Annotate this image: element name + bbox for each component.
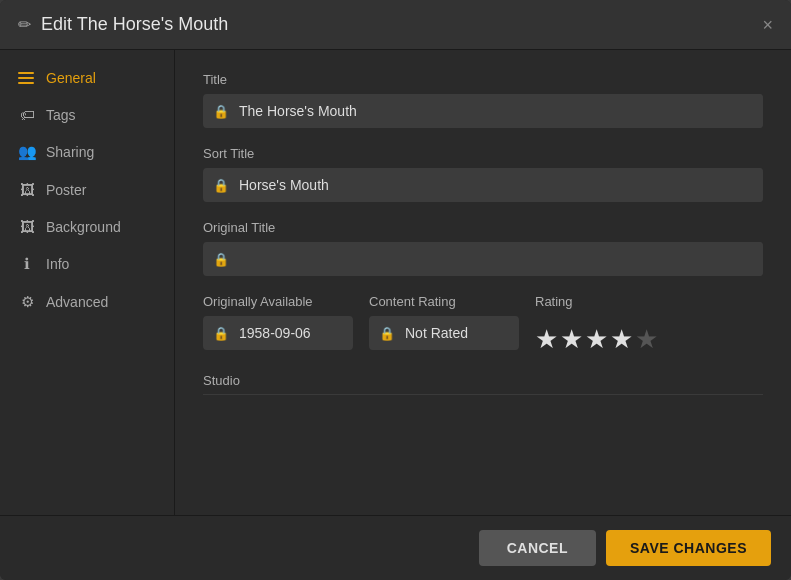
sidebar-label-sharing: Sharing (46, 144, 94, 160)
originally-available-label: Originally Available (203, 294, 353, 309)
star-4[interactable]: ★ (610, 324, 633, 355)
title-input[interactable] (239, 94, 763, 128)
content-rating-input[interactable] (405, 316, 505, 350)
sidebar-label-tags: Tags (46, 107, 76, 123)
star-2[interactable]: ★ (560, 324, 583, 355)
sidebar-item-general[interactable]: General (0, 60, 174, 96)
content-rating-lock-icon: 🔒 (369, 326, 405, 341)
originally-available-input-row: 🔒 (203, 316, 353, 350)
people-icon: 👥 (18, 143, 36, 161)
sidebar-label-advanced: Advanced (46, 294, 108, 310)
originally-available-lock-icon: 🔒 (203, 326, 239, 341)
sort-title-field-group: Sort Title 🔒 (203, 146, 763, 202)
sort-title-label: Sort Title (203, 146, 763, 161)
title-label: Title (203, 72, 763, 87)
info-icon: ℹ (18, 255, 36, 273)
sidebar-item-poster[interactable]: 🖼 Poster (0, 171, 174, 208)
title-field-group: Title 🔒 (203, 72, 763, 128)
sidebar-item-tags[interactable]: 🏷 Tags (0, 96, 174, 133)
edit-dialog: ✏ Edit The Horse's Mouth × General 🏷 Tag… (0, 0, 791, 580)
sidebar-item-background[interactable]: 🖼 Background (0, 208, 174, 245)
original-title-input[interactable] (239, 242, 763, 276)
background-image-icon: 🖼 (18, 218, 36, 235)
sidebar-item-advanced[interactable]: ⚙ Advanced (0, 283, 174, 321)
star-rating[interactable]: ★ ★ ★ ★ ★ (535, 324, 658, 355)
dialog-title: Edit The Horse's Mouth (41, 14, 228, 35)
dialog-body: General 🏷 Tags 👥 Sharing 🖼 Poster 🖼 Back… (0, 50, 791, 515)
sidebar-label-background: Background (46, 219, 121, 235)
cancel-button[interactable]: CANCEL (479, 530, 596, 566)
sort-title-input-row: 🔒 (203, 168, 763, 202)
originally-available-group: Originally Available 🔒 (203, 294, 353, 350)
star-5[interactable]: ★ (635, 324, 658, 355)
sidebar: General 🏷 Tags 👥 Sharing 🖼 Poster 🖼 Back… (0, 50, 175, 515)
gear-icon: ⚙ (18, 293, 36, 311)
sidebar-label-general: General (46, 70, 96, 86)
star-3[interactable]: ★ (585, 324, 608, 355)
original-title-label: Original Title (203, 220, 763, 235)
sidebar-item-info[interactable]: ℹ Info (0, 245, 174, 283)
row-three-fields: Originally Available 🔒 Content Rating 🔒 … (203, 294, 763, 355)
sidebar-label-info: Info (46, 256, 69, 272)
sort-title-lock-icon: 🔒 (203, 178, 239, 193)
original-title-input-row: 🔒 (203, 242, 763, 276)
poster-image-icon: 🖼 (18, 181, 36, 198)
tag-icon: 🏷 (18, 106, 36, 123)
close-button[interactable]: × (762, 16, 773, 34)
dialog-header: ✏ Edit The Horse's Mouth × (0, 0, 791, 50)
star-1[interactable]: ★ (535, 324, 558, 355)
content-rating-group: Content Rating 🔒 (369, 294, 519, 350)
sort-title-input[interactable] (239, 168, 763, 202)
main-content: Title 🔒 Sort Title 🔒 Original Title 🔒 (175, 50, 791, 515)
title-lock-icon: 🔒 (203, 104, 239, 119)
sidebar-label-poster: Poster (46, 182, 86, 198)
rating-label: Rating (535, 294, 658, 309)
rating-group: Rating ★ ★ ★ ★ ★ (535, 294, 658, 355)
originally-available-input[interactable] (239, 316, 339, 350)
dialog-title-area: ✏ Edit The Horse's Mouth (18, 14, 228, 35)
sidebar-item-sharing[interactable]: 👥 Sharing (0, 133, 174, 171)
content-rating-label: Content Rating (369, 294, 519, 309)
dialog-footer: CANCEL SAVE CHANGES (0, 515, 791, 580)
studio-label: Studio (203, 373, 763, 395)
original-title-field-group: Original Title 🔒 (203, 220, 763, 276)
original-title-lock-icon: 🔒 (203, 252, 239, 267)
hamburger-icon (18, 72, 36, 84)
title-input-row: 🔒 (203, 94, 763, 128)
pencil-icon: ✏ (18, 15, 31, 34)
content-rating-input-row: 🔒 (369, 316, 519, 350)
save-button[interactable]: SAVE CHANGES (606, 530, 771, 566)
